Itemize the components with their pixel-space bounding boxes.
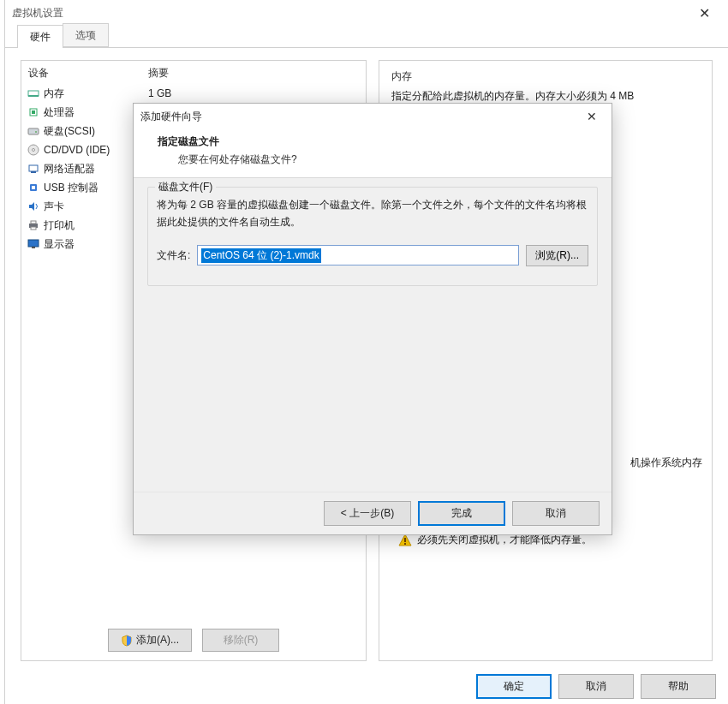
svg-rect-20 [404,543,406,545]
col-summary: 摘要 [148,66,169,81]
svg-marker-12 [29,202,34,211]
file-label: 文件名: [157,248,190,263]
svg-rect-8 [29,165,38,171]
wizard-titlebar: 添加硬件向导 ✕ [134,104,612,129]
add-hardware-button[interactable]: 添加(A)... [108,629,192,652]
cpu-icon [27,105,40,119]
device-memory[interactable]: 内存 1 GB [27,84,361,103]
ok-label: 确定 [504,679,524,694]
browse-label: 浏览(R)... [535,249,579,261]
usb-icon [27,181,40,194]
printer-icon [27,218,40,232]
close-icon[interactable]: ✕ [687,5,721,21]
wizard-subheading: 您要在何处存储磁盘文件? [152,152,593,167]
footer-buttons: 确定 取消 帮助 [476,674,716,699]
hdd-icon [27,124,40,138]
wizard-header: 指定磁盘文件 您要在何处存储磁盘文件? [134,129,612,178]
shield-icon [121,635,133,647]
tab-row: 硬件 选项 [5,26,728,48]
disc-icon [27,143,40,157]
help-label: 帮助 [668,679,689,694]
cancel-label: 取消 [586,679,606,694]
cancel-button[interactable]: 取消 [558,674,634,699]
svg-rect-15 [31,227,36,230]
memory-icon [27,87,40,100]
tab-options[interactable]: 选项 [63,23,109,47]
main-window-title: 虚拟机设置 [12,6,687,21]
finish-label: 完成 [451,506,472,521]
remove-button-label: 移除(R) [224,633,259,647]
help-button[interactable]: 帮助 [641,674,716,699]
svg-rect-9 [31,171,36,173]
main-titlebar: 虚拟机设置 ✕ [5,0,728,26]
network-icon [27,162,40,176]
wizard-cancel-label: 取消 [546,506,566,521]
os-memory-hint: 机操作系统内存 [630,456,702,470]
group-label: 磁盘文件(F) [155,180,216,194]
tab-hardware-label: 硬件 [30,31,51,43]
wizard-footer: < 上一步(B) 完成 取消 [134,492,612,534]
sound-icon [27,200,40,213]
filename-value: CentOS 64 位 (2)-1.vmdk [201,248,320,263]
wizard-title: 添加硬件向导 [140,110,579,124]
wizard-close-icon[interactable]: ✕ [579,110,605,123]
svg-point-5 [35,131,37,133]
right-desc: 指定分配给此虚拟机的内存量。内存大小必须为 4 MB [391,89,700,104]
disk-file-group: 磁盘文件(F) 将为每 2 GB 容量的虚拟磁盘创建一个磁盘文件。除第一个文件之… [147,187,598,286]
add-hardware-wizard: 添加硬件向导 ✕ 指定磁盘文件 您要在何处存储磁盘文件? 磁盘文件(F) 将为每… [133,103,612,535]
svg-rect-3 [32,110,35,114]
device-label: 内存 [44,87,148,101]
wizard-cancel-button[interactable]: 取消 [512,501,600,526]
col-device: 设备 [28,66,148,81]
svg-rect-19 [404,538,406,542]
svg-rect-14 [31,221,36,224]
svg-rect-4 [28,128,39,134]
right-heading: 内存 [391,69,700,84]
svg-rect-17 [32,247,35,248]
device-summary: 1 GB [148,87,171,99]
svg-rect-16 [28,240,39,247]
tab-hardware[interactable]: 硬件 [17,25,63,48]
back-label: < 上一步(B) [341,506,394,521]
ok-button[interactable]: 确定 [476,674,552,699]
svg-rect-1 [28,95,39,97]
remove-hardware-button: 移除(R) [202,629,279,652]
display-icon [27,237,40,251]
wizard-heading: 指定磁盘文件 [152,134,593,149]
group-desc: 将为每 2 GB 容量的虚拟磁盘创建一个磁盘文件。除第一个文件之外，每个文件的文… [157,196,588,231]
wizard-body: 磁盘文件(F) 将为每 2 GB 容量的虚拟磁盘创建一个磁盘文件。除第一个文件之… [134,178,612,492]
devices-header: 设备 摘要 [21,61,366,84]
browse-button[interactable]: 浏览(R)... [526,245,588,266]
back-button[interactable]: < 上一步(B) [324,501,411,526]
finish-button[interactable]: 完成 [418,501,505,526]
file-row: 文件名: CentOS 64 位 (2)-1.vmdk 浏览(R)... [157,245,588,266]
svg-point-7 [33,149,35,152]
filename-input[interactable]: CentOS 64 位 (2)-1.vmdk [197,245,519,265]
tab-options-label: 选项 [75,29,96,41]
add-button-label: 添加(A)... [136,633,179,647]
svg-rect-11 [32,186,35,189]
